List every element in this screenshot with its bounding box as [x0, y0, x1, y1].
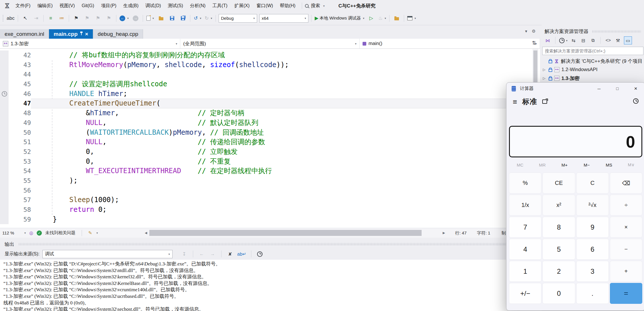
calc-key-−[interactable]: −: [610, 239, 642, 260]
calc-key-+[interactable]: +: [610, 261, 642, 282]
code-line-52[interactable]: 52 0, // 立即触发: [0, 147, 540, 157]
undo-icon[interactable]: ↺▾: [192, 14, 203, 23]
hamburger-menu-icon[interactable]: ≡: [513, 98, 517, 105]
sync-with-active-document-icon[interactable]: ⇆: [570, 37, 577, 44]
breakpoint-margin[interactable]: [0, 60, 9, 70]
breakpoint-margin[interactable]: [0, 50, 9, 60]
minimize-button[interactable]: ─: [590, 83, 608, 95]
breakpoint-margin[interactable]: [0, 215, 9, 224]
tree-item-解决方案 'C与C++免杀研究' (9 个项目[interactable]: ⋈解决方案 'C与C++免杀研究' (9 个项目: [542, 57, 644, 65]
scope-dropdown[interactable]: (全局范围) ▾: [180, 39, 359, 48]
calc-key-3[interactable]: 3: [576, 261, 609, 282]
breakpoint-margin[interactable]: [0, 99, 9, 108]
quick-search[interactable]: 搜索 ▾: [305, 3, 325, 9]
code-line-53[interactable]: 53 0, // 不重复: [0, 157, 540, 167]
code-line-55[interactable]: 55 );: [0, 176, 540, 186]
chevron-icon[interactable]: ▷: [543, 68, 547, 72]
breakpoint-margin[interactable]: [0, 108, 9, 118]
properties-icon[interactable]: ⚒: [614, 37, 622, 44]
calc-key-+/−[interactable]: +/−: [509, 283, 541, 304]
code-line-46[interactable]: 46 HANDLE hTimer;: [0, 89, 540, 99]
menu-item-4[interactable]: 项目(P): [98, 0, 120, 11]
tree-item-1.3-加密[interactable]: ▷++1.3-加密: [542, 74, 644, 83]
active-files-dropdown-icon[interactable]: ▾: [525, 29, 527, 34]
code-editor[interactable]: 42 // 将buf数组中的内容复制到刚刚分配的内存区域43 RtlMoveMe…: [0, 49, 540, 228]
memory-M+[interactable]: M+: [553, 163, 576, 167]
memory-M∨[interactable]: M∨: [620, 162, 643, 167]
menu-item-12[interactable]: 帮助(H): [277, 0, 299, 11]
calc-key-.[interactable]: .: [576, 283, 609, 304]
solution-platform-select[interactable]: x64▾: [259, 14, 308, 23]
tab-main.cpp[interactable]: main.cpp×: [49, 29, 93, 39]
code-line-50[interactable]: 50 (WAITORTIMERCALLBACK)pMemory, // 回调函数…: [0, 128, 540, 138]
open-file-icon[interactable]: [156, 14, 166, 23]
toggle-bookmark-icon[interactable]: ⚑: [71, 14, 81, 23]
spell-check-icon[interactable]: abc: [5, 14, 16, 23]
save-all-icon[interactable]: [178, 14, 188, 23]
zoom-selector[interactable]: 112 % ▾: [2, 230, 26, 235]
editor-horizontal-scrollbar[interactable]: ◀ ▶: [145, 230, 445, 236]
collapse-all-icon[interactable]: ⊟: [580, 37, 587, 44]
code-line-42[interactable]: 42 // 将buf数组中的内容复制到刚刚分配的内存区域: [0, 50, 540, 60]
tab-debug_heap.cpp[interactable]: debug_heap.cpp: [93, 29, 143, 39]
memory-MS[interactable]: MS: [598, 163, 620, 167]
history-icon[interactable]: [633, 98, 639, 105]
menu-item-10[interactable]: 扩展(X): [231, 0, 253, 11]
breakpoint-margin[interactable]: [0, 89, 9, 99]
menu-item-7[interactable]: 测试(S): [165, 0, 187, 11]
calc-key-=[interactable]: =: [610, 283, 642, 304]
navigate-backward-icon[interactable]: ←▾: [118, 14, 130, 23]
calc-key-CE[interactable]: CE: [543, 173, 575, 193]
calc-key-x²[interactable]: x²: [543, 195, 575, 216]
calc-key-%[interactable]: %: [509, 173, 541, 193]
save-icon[interactable]: [167, 14, 177, 23]
next-message-icon[interactable]: →: [209, 250, 216, 258]
breakpoint-margin[interactable]: [0, 157, 9, 167]
toggle-word-wrap-icon[interactable]: ab↵: [237, 250, 246, 258]
code-view-icon[interactable]: <>: [604, 37, 612, 44]
format-document-icon[interactable]: ≡: [46, 14, 56, 23]
member-dropdown[interactable]: main() ▾: [360, 39, 540, 48]
start-without-debugging-icon[interactable]: ▷: [366, 14, 376, 23]
clear-all-icon[interactable]: ✘: [226, 250, 234, 258]
code-line-56[interactable]: 56: [0, 186, 540, 195]
search-input[interactable]: [543, 48, 643, 53]
tab-exe_common.inl[interactable]: exe_common.inl: [0, 29, 49, 39]
code-line-54[interactable]: 54 WT_EXECUTEINTIMERTHREAD // 在定时器线程中执行: [0, 166, 540, 176]
calc-key-1/x[interactable]: 1/x: [509, 195, 541, 216]
breakpoint-margin[interactable]: [0, 195, 9, 205]
memory-MC[interactable]: MC: [509, 163, 531, 167]
breakpoint-margin[interactable]: [0, 147, 9, 157]
memory-M−[interactable]: M−: [576, 163, 598, 167]
scroll-left-icon[interactable]: ◀: [145, 231, 147, 235]
breakpoint-margin[interactable]: [0, 70, 9, 79]
output-source-dropdown[interactable]: 调试 ▾: [42, 250, 173, 258]
menu-item-0[interactable]: 文件(F): [12, 0, 34, 11]
project-dropdown[interactable]: ++ 1.3-加密 ▾: [0, 39, 180, 48]
health-indicator-icon[interactable]: ◎: [29, 230, 33, 236]
close-button[interactable]: ×: [627, 83, 644, 95]
hot-reload-icon[interactable]: ♨▾: [377, 14, 387, 23]
breakpoint-margin[interactable]: [0, 186, 9, 195]
calc-key-⌫[interactable]: ⌫: [610, 173, 642, 193]
calc-key-9[interactable]: 9: [576, 217, 609, 238]
gear-icon[interactable]: ⚙: [532, 29, 536, 34]
timestamps-icon[interactable]: [256, 250, 264, 258]
calc-key-×[interactable]: ×: [610, 217, 642, 238]
collapse-messages-icon[interactable]: ↧: [181, 250, 188, 258]
edit-indent-icon[interactable]: ⇥: [31, 14, 41, 23]
calc-key-÷[interactable]: ÷: [610, 195, 642, 216]
menu-item-2[interactable]: 视图(V): [56, 0, 78, 11]
calculator-titlebar[interactable]: 计算器 ─ □ ×: [506, 83, 644, 95]
menu-item-3[interactable]: Git(G): [78, 0, 98, 11]
breakpoint-margin[interactable]: [0, 137, 9, 147]
next-bookmark-icon[interactable]: ⚑: [93, 14, 103, 23]
breakpoint-margin[interactable]: [0, 79, 9, 89]
breakpoint-margin[interactable]: [0, 166, 9, 176]
scroll-right-icon[interactable]: ▶: [443, 231, 445, 235]
calc-key-1[interactable]: 1: [509, 261, 541, 282]
memory-MR[interactable]: MR: [531, 163, 554, 167]
calc-key-6[interactable]: 6: [576, 239, 609, 260]
previous-message-icon[interactable]: ←: [198, 250, 205, 258]
menu-item-8[interactable]: 分析(N): [187, 0, 209, 11]
